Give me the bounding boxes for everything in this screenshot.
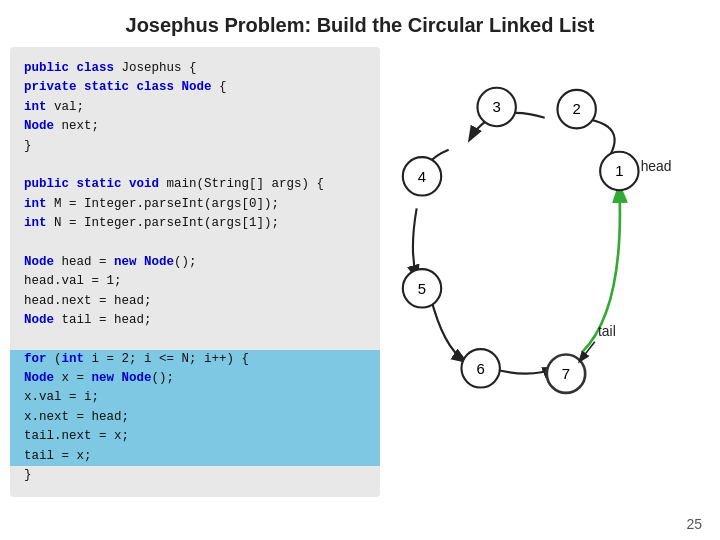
code-block: public class Josephus { private static c… <box>10 47 380 497</box>
svg-text:4: 4 <box>418 168 426 185</box>
diagram-area: 1 2 3 4 5 6 7 head tail <box>390 47 710 487</box>
svg-text:1: 1 <box>615 162 623 179</box>
svg-text:7: 7 <box>562 365 570 382</box>
svg-text:5: 5 <box>418 280 426 297</box>
svg-text:2: 2 <box>573 100 581 117</box>
svg-text:6: 6 <box>477 360 485 377</box>
svg-text:3: 3 <box>493 98 501 115</box>
page-title: Josephus Problem: Build the Circular Lin… <box>0 0 720 47</box>
page-number: 25 <box>686 516 702 532</box>
svg-text:head: head <box>641 158 672 174</box>
circular-linked-list-diagram: 1 2 3 4 5 6 7 head tail <box>390 47 710 487</box>
svg-text:tail: tail <box>598 323 616 339</box>
